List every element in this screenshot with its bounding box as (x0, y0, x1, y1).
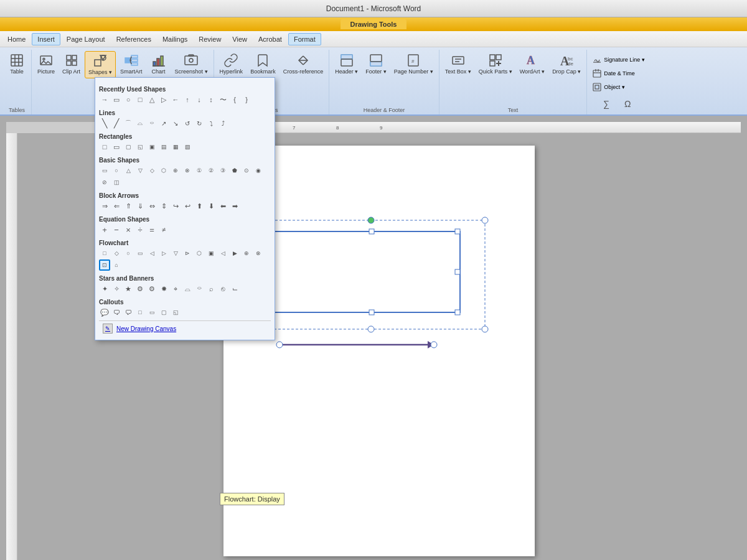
bshape-3[interactable]: △ (123, 165, 134, 176)
shape-rect-c[interactable]: ▢ (123, 141, 134, 152)
barrow-10[interactable]: ⬇ (205, 200, 217, 212)
fc-11[interactable]: ◁ (217, 248, 228, 259)
banner-2[interactable]: ⌓ (182, 283, 193, 294)
eqshape-3[interactable]: × (123, 224, 134, 235)
fc-16[interactable]: ⌂ (111, 259, 122, 271)
bshape-2[interactable]: ○ (111, 165, 122, 176)
star-4[interactable]: ⚙ (134, 283, 146, 294)
shape-line8[interactable]: ↺ (182, 118, 193, 129)
shape-oval[interactable]: ○ (123, 94, 134, 105)
fc-1[interactable]: □ (99, 248, 110, 259)
star-3[interactable]: ★ (123, 283, 134, 294)
bshape-8[interactable]: ⊗ (182, 165, 193, 176)
star-2[interactable]: ✧ (111, 283, 122, 294)
bshape-13[interactable]: ⊙ (241, 165, 252, 176)
barrow-3[interactable]: ⇑ (123, 200, 134, 212)
barrow-8[interactable]: ↩ (182, 200, 193, 212)
shape-line3[interactable]: ⌒ (123, 118, 134, 129)
shape-rect-e[interactable]: ▣ (146, 141, 157, 152)
bookmark-button[interactable]: Bookmark (247, 51, 279, 77)
barrow-5[interactable]: ⇔ (146, 200, 157, 212)
menu-item-page-layout[interactable]: Page Layout (62, 34, 110, 45)
signature-line-button[interactable]: Signature Line ▾ (590, 54, 647, 66)
eqshape-4[interactable]: ÷ (134, 224, 146, 235)
shape-line11[interactable]: ⤴ (217, 118, 228, 129)
shape-rect-1[interactable]: ▭ (111, 94, 122, 105)
banner-4[interactable]: ⌕ (205, 283, 217, 294)
callout-5[interactable]: ▭ (146, 307, 157, 318)
bshape-6[interactable]: ⬡ (158, 165, 169, 176)
shape-line1[interactable]: ╲ (99, 118, 110, 129)
banner-6[interactable]: ⌙ (229, 283, 240, 294)
menu-item-review[interactable]: Review (194, 34, 226, 45)
shape-tri[interactable]: △ (146, 94, 157, 105)
fc-7[interactable]: ▽ (170, 248, 181, 259)
fc-6[interactable]: ▷ (158, 248, 169, 259)
shape-line9[interactable]: ↻ (194, 118, 205, 129)
menu-item-format[interactable]: Format (288, 33, 321, 45)
fc-13[interactable]: ⊕ (241, 248, 252, 259)
bshape-10[interactable]: ② (205, 165, 217, 176)
fc-2[interactable]: ◇ (111, 248, 122, 259)
callout-2[interactable]: 🗨 (111, 307, 122, 318)
barrow-9[interactable]: ⬆ (194, 200, 205, 212)
screenshot-button[interactable]: Screenshot ▾ (172, 51, 211, 77)
callout-1[interactable]: 💬 (99, 307, 110, 318)
shape-line4[interactable]: ⌓ (134, 118, 146, 129)
callout-6[interactable]: ▢ (158, 307, 169, 318)
shape-rect-g[interactable]: ▦ (170, 141, 181, 152)
fc-8[interactable]: ⊳ (182, 248, 193, 259)
fc-14[interactable]: ⊗ (253, 248, 264, 259)
shape-brace[interactable]: { (229, 94, 240, 105)
banner-5[interactable]: ⎋ (217, 283, 228, 294)
equation-button[interactable]: ∑ (598, 96, 617, 112)
shape-double-arrow[interactable]: ↕ (205, 94, 217, 105)
fc-5[interactable]: ◁ (146, 248, 157, 259)
drop-cap-button[interactable]: A bc de Drop Cap ▾ (549, 51, 584, 77)
bshape-9[interactable]: ① (194, 165, 205, 176)
shape-rtri[interactable]: ▷ (158, 94, 169, 105)
bshape-4[interactable]: ▽ (134, 165, 146, 176)
barrow-1[interactable]: ⇒ (99, 200, 110, 212)
date-time-button[interactable]: Date & Time (590, 67, 647, 80)
barrow-6[interactable]: ⇕ (158, 200, 169, 212)
bshape-11[interactable]: ③ (217, 165, 228, 176)
shape-line6[interactable]: ↗ (158, 118, 169, 129)
callout-3[interactable]: 🗩 (123, 307, 134, 318)
shape-rect-2[interactable]: □ (134, 94, 146, 105)
shape-line5[interactable]: ⌔ (146, 118, 157, 129)
shape-arrow-up[interactable]: ↑ (182, 94, 193, 105)
star-6[interactable]: ✸ (158, 283, 169, 294)
shape-arrow-right[interactable]: → (99, 94, 110, 105)
fc-4[interactable]: ▭ (134, 248, 146, 259)
bshape-1[interactable]: ▭ (99, 165, 110, 176)
banner-3[interactable]: ⌔ (194, 283, 205, 294)
barrow-2[interactable]: ⇐ (111, 200, 122, 212)
text-box-button[interactable]: Text Box ▾ (442, 51, 474, 77)
page-number-button[interactable]: # Page Number ▾ (391, 51, 436, 77)
shape-line2[interactable]: ╱ (111, 118, 122, 129)
fc-12[interactable]: ▶ (229, 248, 240, 259)
menu-item-references[interactable]: References (111, 34, 156, 45)
barrow-4[interactable]: ⇓ (134, 200, 146, 212)
shape-rect-f[interactable]: ▤ (158, 141, 169, 152)
bshape-15[interactable]: ⊘ (99, 177, 110, 188)
hyperlink-button[interactable]: Hyperlink (217, 51, 247, 77)
eqshape-2[interactable]: − (111, 224, 122, 235)
eqshape-6[interactable]: ≠ (158, 224, 169, 235)
shape-rect-h[interactable]: ▧ (182, 141, 193, 152)
barrow-11[interactable]: ⬅ (217, 200, 228, 212)
bshape-14[interactable]: ◉ (253, 165, 264, 176)
object-button[interactable]: Object ▾ (590, 81, 647, 93)
shape-rect-d[interactable]: ◱ (134, 141, 146, 152)
shape-line7[interactable]: ↘ (170, 118, 181, 129)
bshape-12[interactable]: ⬟ (229, 165, 240, 176)
shape-arrow-left[interactable]: ← (170, 94, 181, 105)
shape-wave[interactable]: 〜 (217, 94, 228, 105)
callout-7[interactable]: ◱ (170, 307, 181, 318)
smartart-button[interactable]: SmartArt (117, 51, 146, 77)
cross-reference-button[interactable]: Cross-reference (280, 51, 327, 77)
footer-button[interactable]: Footer ▾ (362, 51, 390, 77)
shape-arrow-down[interactable]: ↓ (194, 94, 205, 105)
fc-display[interactable]: ⊡ (99, 259, 110, 271)
